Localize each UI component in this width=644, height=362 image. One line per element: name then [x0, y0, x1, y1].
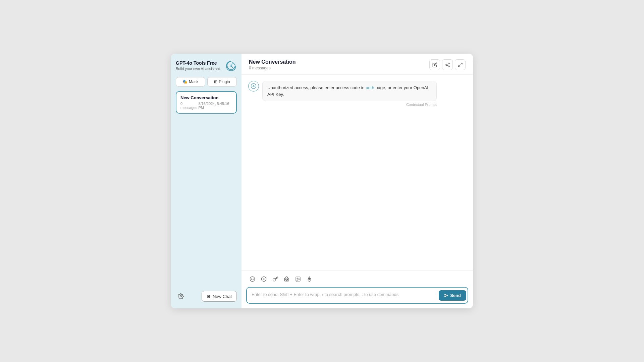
- svg-line-6: [447, 64, 448, 64]
- bot-avatar: [248, 81, 259, 92]
- bot-message-row: Unauthorized access, please enter access…: [248, 81, 466, 107]
- robot-button[interactable]: [281, 274, 292, 284]
- robot-icon: [284, 276, 289, 282]
- svg-line-8: [458, 65, 460, 66]
- sidebar: GPT-4o Tools Free Build your own AI assi…: [171, 54, 241, 308]
- expand-button[interactable]: [455, 59, 466, 70]
- edit-button[interactable]: [429, 59, 440, 70]
- new-chat-button[interactable]: ⊕ New Chat: [202, 291, 237, 302]
- svg-line-5: [447, 65, 448, 66]
- conversation-title: New Conversation: [180, 95, 232, 100]
- emoji-button[interactable]: [247, 274, 258, 284]
- contextual-prompt-label: Contextual Prompt: [262, 103, 437, 107]
- share-button[interactable]: [442, 59, 453, 70]
- sidebar-action-buttons: 🎭 Mask ⊞ Plugin: [176, 77, 237, 86]
- main-panel: New Conversation 0 messages: [241, 54, 473, 308]
- mask-button-label: Mask: [189, 79, 199, 84]
- upload-icon: [261, 276, 267, 282]
- message-text-before-link: Unauthorized access, please enter access…: [267, 85, 366, 90]
- svg-rect-16: [284, 278, 289, 281]
- main-subtitle: 0 messages: [249, 66, 296, 70]
- key-button[interactable]: [270, 274, 280, 284]
- key-icon: [272, 276, 278, 282]
- message-bubble-area: Unauthorized access, please enter access…: [262, 81, 437, 107]
- svg-line-7: [461, 63, 462, 64]
- svg-point-18: [287, 279, 287, 280]
- conversation-meta: 0 messages 8/16/2024, 5:45:16 PM: [180, 102, 232, 110]
- sidebar-app-subtitle: Build your own AI assistant.: [176, 67, 221, 71]
- sidebar-footer: ⊕ New Chat: [176, 291, 237, 302]
- mask-button[interactable]: 🎭 Mask: [176, 77, 205, 86]
- message-bubble: Unauthorized access, please enter access…: [262, 81, 437, 101]
- expand-icon: [458, 62, 463, 67]
- auth-link[interactable]: auth: [366, 85, 374, 90]
- svg-point-17: [285, 279, 286, 280]
- main-header-title-block: New Conversation 0 messages: [249, 59, 296, 70]
- image-icon: [295, 276, 301, 282]
- plugin-icon: ⊞: [214, 79, 217, 84]
- emoji-icon: [250, 276, 255, 282]
- svg-point-10: [250, 277, 255, 281]
- main-header-actions: [429, 59, 466, 70]
- send-icon: [444, 293, 448, 298]
- plugin-button[interactable]: ⊞ Plugin: [207, 77, 237, 86]
- new-chat-label: New Chat: [213, 294, 232, 299]
- svg-point-1: [180, 296, 182, 297]
- fire-icon: [307, 276, 312, 282]
- send-button[interactable]: Send: [439, 290, 466, 301]
- bot-avatar-icon: [251, 83, 257, 89]
- image-button[interactable]: [292, 274, 303, 284]
- chat-input-wrapper: Send: [246, 287, 468, 304]
- sidebar-header: GPT-4o Tools Free Build your own AI assi…: [176, 60, 237, 72]
- upload-button[interactable]: [258, 274, 269, 284]
- chat-input-area: Send: [241, 287, 473, 308]
- conversation-item[interactable]: New Conversation 0 messages 8/16/2024, 5…: [176, 91, 237, 114]
- main-title: New Conversation: [249, 59, 296, 65]
- chat-input[interactable]: [247, 288, 437, 303]
- settings-button[interactable]: [176, 291, 186, 301]
- sidebar-title-block: GPT-4o Tools Free Build your own AI assi…: [176, 60, 221, 71]
- svg-point-9: [253, 85, 255, 87]
- svg-point-0: [230, 65, 232, 67]
- chat-toolbar: [241, 270, 473, 287]
- share-icon: [445, 62, 450, 67]
- sidebar-app-title: GPT-4o Tools Free: [176, 60, 221, 66]
- conversation-timestamp: 8/16/2024, 5:45:16 PM: [199, 102, 232, 110]
- new-chat-plus-icon: ⊕: [207, 294, 211, 299]
- svg-point-21: [297, 278, 297, 278]
- chat-area: Unauthorized access, please enter access…: [241, 75, 473, 270]
- send-button-label: Send: [450, 293, 461, 298]
- conversation-message-count: 0 messages: [180, 102, 199, 110]
- main-header: New Conversation 0 messages: [241, 54, 473, 75]
- fire-button[interactable]: [304, 274, 315, 284]
- plugin-button-label: Plugin: [219, 79, 230, 84]
- edit-icon: [432, 62, 437, 67]
- mask-icon: 🎭: [182, 79, 187, 84]
- openai-logo-icon: [225, 60, 237, 72]
- settings-icon: [178, 293, 184, 299]
